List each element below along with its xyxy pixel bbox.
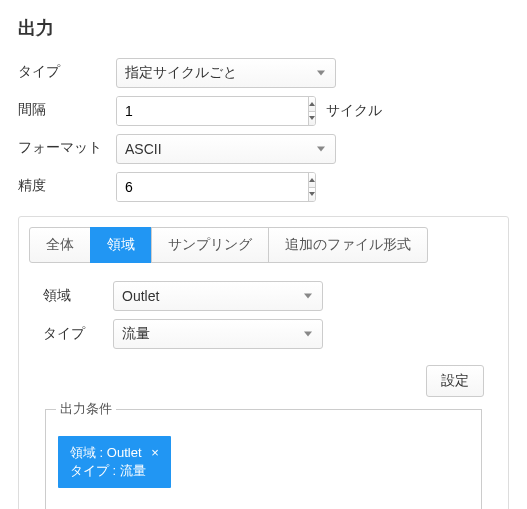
set-button[interactable]: 設定 xyxy=(426,365,484,397)
precision-spinner[interactable] xyxy=(116,172,316,202)
tab-extra-file-format[interactable]: 追加のファイル形式 xyxy=(268,227,428,263)
chevron-down-icon xyxy=(304,332,312,337)
type-label: タイプ xyxy=(18,63,116,83)
interval-input[interactable] xyxy=(117,97,308,125)
interval-label: 間隔 xyxy=(18,101,116,121)
precision-step-up[interactable] xyxy=(309,173,315,187)
type-select-value: 指定サイクルごと xyxy=(125,64,237,82)
tab-all[interactable]: 全体 xyxy=(29,227,91,263)
chevron-down-icon xyxy=(317,147,325,152)
output-panel: 全体 領域 サンプリング 追加のファイル形式 領域 Outlet タイプ 流量 … xyxy=(18,216,509,509)
output-conditions-fieldset: 出力条件 領域 : Outlet × タイプ : 流量 xyxy=(45,409,482,509)
condition-chip[interactable]: 領域 : Outlet × タイプ : 流量 xyxy=(58,436,171,488)
format-label: フォーマット xyxy=(18,139,116,159)
tab-sampling[interactable]: サンプリング xyxy=(151,227,269,263)
tabs: 全体 領域 サンプリング 追加のファイル形式 xyxy=(29,227,498,263)
type-select[interactable]: 指定サイクルごと xyxy=(116,58,336,88)
format-select[interactable]: ASCII xyxy=(116,134,336,164)
chevron-down-icon xyxy=(304,294,312,299)
condition-chip-line1: 領域 : Outlet xyxy=(70,445,142,460)
interval-step-up[interactable] xyxy=(309,97,315,111)
interval-spinner[interactable] xyxy=(116,96,316,126)
precision-label: 精度 xyxy=(18,177,116,197)
arrow-down-icon xyxy=(309,116,315,120)
precision-step-down[interactable] xyxy=(309,187,315,202)
region-type-label: タイプ xyxy=(43,325,113,343)
region-type-select-value: 流量 xyxy=(122,325,150,343)
interval-unit: サイクル xyxy=(326,102,382,120)
arrow-up-icon xyxy=(309,178,315,182)
page-title: 出力 xyxy=(18,16,509,40)
arrow-up-icon xyxy=(309,102,315,106)
condition-chip-line2: タイプ : 流量 xyxy=(70,463,146,478)
close-icon[interactable]: × xyxy=(151,445,159,460)
chevron-down-icon xyxy=(317,71,325,76)
tab-region[interactable]: 領域 xyxy=(90,227,152,263)
interval-step-down[interactable] xyxy=(309,111,315,126)
region-select-value: Outlet xyxy=(122,288,159,304)
region-select[interactable]: Outlet xyxy=(113,281,323,311)
arrow-down-icon xyxy=(309,192,315,196)
region-type-select[interactable]: 流量 xyxy=(113,319,323,349)
output-conditions-legend: 出力条件 xyxy=(56,400,116,418)
region-label: 領域 xyxy=(43,287,113,305)
precision-input[interactable] xyxy=(117,173,308,201)
format-select-value: ASCII xyxy=(125,141,162,157)
